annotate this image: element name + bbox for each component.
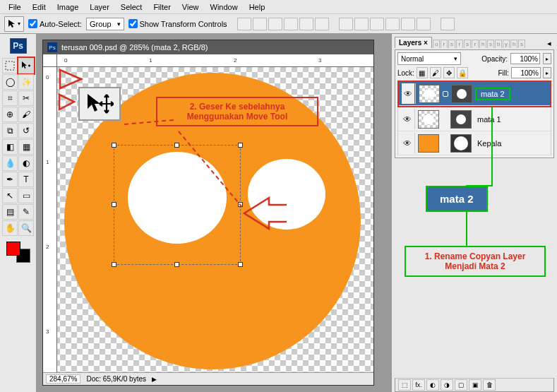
layer-row-mata1[interactable]: 👁 mata 1	[398, 107, 551, 131]
stamp-tool[interactable]: ⧉	[2, 123, 18, 138]
dodge-tool[interactable]: ◐	[18, 155, 34, 171]
tab-stub-12[interactable]: s	[518, 40, 525, 48]
align-bottom-icon[interactable]	[268, 18, 282, 30]
menu-layer[interactable]: Layer	[84, 1, 115, 13]
tab-stub-4[interactable]: r	[456, 40, 463, 48]
wand-tool[interactable]: ✨	[18, 74, 34, 90]
shape-tool[interactable]: ▭	[18, 188, 34, 203]
layer-name[interactable]: mata 1	[477, 115, 501, 124]
transform-bounds[interactable]	[114, 145, 241, 265]
layer-mask-thumb[interactable]	[450, 110, 472, 129]
layer-mask-thumb[interactable]	[450, 134, 472, 153]
tab-stub-10[interactable]: y	[503, 40, 510, 48]
lock-all-icon[interactable]: 🔒	[457, 67, 468, 78]
tab-stub-2[interactable]: r	[441, 40, 448, 48]
tab-stub-11[interactable]: h	[510, 40, 517, 48]
tab-stub-3[interactable]: s	[448, 40, 455, 48]
lasso-tool[interactable]: ◯	[2, 74, 18, 90]
layer-name-edit[interactable]: mata 2	[475, 88, 510, 100]
visibility-icon[interactable]: 👁	[401, 138, 414, 148]
handle-br[interactable]	[238, 262, 243, 267]
brush-tool[interactable]: 🖌	[18, 107, 34, 122]
history-brush-tool[interactable]: ↺	[18, 123, 34, 138]
pen-tool[interactable]: ✒	[2, 172, 18, 187]
type-tool[interactable]: T	[18, 172, 34, 187]
gradient-tool[interactable]: ▦	[18, 139, 34, 155]
tab-stub-8[interactable]: s	[487, 40, 494, 48]
menu-help[interactable]: Help	[244, 1, 271, 13]
color-picker[interactable]	[6, 242, 30, 263]
handle-bl[interactable]	[112, 262, 116, 267]
document-titlebar[interactable]: Ps terusan 009.psd @ 285% (mata 2, RGB/8…	[43, 40, 373, 54]
eyedropper-tool[interactable]: ✎	[18, 204, 34, 220]
mask-icon[interactable]: ◐	[426, 379, 439, 391]
menu-view[interactable]: View	[176, 1, 205, 13]
menu-file[interactable]: File	[3, 1, 27, 13]
align-right-icon[interactable]	[315, 18, 329, 30]
align-left-icon[interactable]	[284, 18, 298, 30]
handle-tr[interactable]	[238, 143, 243, 148]
visibility-icon[interactable]: 👁	[401, 114, 414, 124]
distribute-5-icon[interactable]	[401, 18, 415, 30]
zoom-field[interactable]: 284,67%	[46, 374, 80, 384]
layer-thumb[interactable]	[418, 110, 439, 129]
layer-row-kepala[interactable]: 👁 Kepala	[398, 131, 551, 155]
tab-stub-9[interactable]: b	[495, 40, 502, 48]
distribute-6-icon[interactable]	[417, 18, 431, 30]
auto-select-mode-dropdown[interactable]: Group	[86, 18, 124, 30]
fill-arrow-icon[interactable]: ▸	[543, 67, 551, 78]
handle-bm[interactable]	[174, 262, 179, 267]
layer-thumb[interactable]	[419, 85, 440, 103]
distribute-1-icon[interactable]	[339, 18, 353, 30]
marquee-tool[interactable]	[2, 58, 18, 73]
handle-tm[interactable]	[174, 143, 179, 148]
handle-ml[interactable]	[112, 202, 116, 207]
new-layer-icon[interactable]: ▣	[469, 379, 481, 391]
crop-tool[interactable]: ⌗	[2, 90, 18, 106]
current-tool-indicator[interactable]: ▾	[4, 16, 24, 32]
tab-stub-6[interactable]: r	[472, 40, 479, 48]
hand-tool[interactable]: ✋	[2, 220, 18, 236]
visibility-icon[interactable]: 👁	[402, 83, 414, 104]
align-top-icon[interactable]	[237, 18, 251, 30]
delete-layer-icon[interactable]: 🗑	[483, 379, 496, 391]
link-layers-icon[interactable]: ⬚	[398, 379, 411, 391]
align-vcenter-icon[interactable]	[253, 18, 267, 30]
tab-stub-1[interactable]: o	[433, 40, 440, 48]
path-tool[interactable]: ↖	[2, 188, 18, 203]
menu-image[interactable]: Image	[52, 1, 85, 13]
zoom-tool[interactable]: 🔍	[18, 220, 34, 236]
distribute-3-icon[interactable]	[370, 18, 384, 30]
auto-select-check[interactable]	[28, 19, 37, 28]
opacity-arrow-icon[interactable]: ▸	[543, 53, 551, 64]
move-tool[interactable]	[18, 58, 34, 73]
lock-transparency-icon[interactable]: ▦	[417, 67, 428, 78]
blur-tool[interactable]: 💧	[2, 155, 18, 171]
lock-pixels-icon[interactable]: 🖌	[430, 67, 441, 78]
tab-layers[interactable]: Layers ×	[395, 37, 432, 48]
arrange-icon[interactable]	[441, 18, 455, 30]
menu-edit[interactable]: Edit	[27, 1, 52, 13]
align-hcenter-icon[interactable]	[299, 18, 313, 30]
menu-window[interactable]: Window	[205, 1, 244, 13]
auto-select-checkbox[interactable]: Auto-Select:	[28, 19, 82, 28]
layer-row-mata2[interactable]: 👁 mata 2	[399, 82, 550, 106]
layer-thumb[interactable]	[418, 134, 439, 153]
notes-tool[interactable]: ▤	[2, 204, 18, 220]
slice-tool[interactable]: ✂	[18, 90, 34, 106]
distribute-4-icon[interactable]	[385, 18, 400, 30]
layer-name[interactable]: Kepala	[477, 139, 501, 148]
tab-stub-5[interactable]: s	[464, 40, 471, 48]
distribute-2-icon[interactable]	[354, 18, 369, 30]
lock-position-icon[interactable]: ✥	[443, 67, 455, 78]
fill-field[interactable]: 100%	[511, 67, 541, 78]
adjustment-icon[interactable]: ◑	[441, 379, 453, 391]
show-transform-checkbox[interactable]: Show Transform Controls	[128, 19, 227, 28]
handle-tl[interactable]	[112, 143, 116, 148]
show-transform-check[interactable]	[128, 19, 138, 28]
menu-filter[interactable]: Filter	[148, 1, 176, 13]
heal-tool[interactable]: ⊕	[2, 107, 18, 122]
layer-mask-thumb[interactable]	[451, 85, 472, 103]
canvas[interactable]: 0 1 2 3 0 1 2 3	[43, 54, 373, 372]
panel-menu-icon[interactable]: ◂	[544, 38, 554, 48]
